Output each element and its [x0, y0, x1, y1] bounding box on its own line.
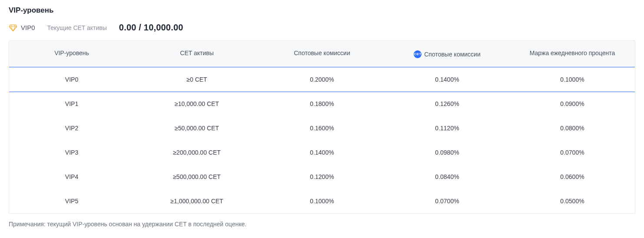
cell-spot-fee: 0.1000% [259, 189, 385, 213]
cell-level: VIP4 [9, 165, 134, 189]
cell-cet-assets: ≥10,000.00 CET [134, 92, 259, 116]
cell-margin-daily: 0.0700% [510, 140, 635, 165]
cell-spot-fee: 0.1200% [259, 165, 385, 189]
cell-margin-daily: 0.0600% [510, 165, 635, 189]
table-row: VIP1≥10,000.00 CET0.1800%0.1260%0.0900% [9, 92, 635, 116]
cell-spot-fee: 0.1800% [259, 92, 385, 116]
cell-spot-fee-cet: 0.1260% [385, 92, 510, 116]
cell-cet-assets: ≥200,000.00 CET [134, 140, 259, 165]
cell-spot-fee-cet: 0.0700% [385, 189, 510, 213]
table-row: VIP3≥200,000.00 CET0.1400%0.0980%0.0700% [9, 140, 635, 165]
vip-table: VIP-уровень CET активы Спотовые комиссии… [9, 40, 635, 214]
cet-token-icon: CET [414, 50, 422, 58]
current-vip-badge: VIP0 [9, 23, 35, 32]
cell-spot-fee: 0.2000% [259, 67, 385, 92]
assets-value: 0.00 / 10,000.00 [119, 23, 183, 33]
cell-margin-daily: 0.1000% [510, 67, 635, 92]
cell-spot-fee: 0.1400% [259, 140, 385, 165]
col-header-spot-fee-cet: CET Спотовые комиссии [385, 41, 510, 67]
cell-spot-fee-cet: 0.0840% [385, 165, 510, 189]
table-header-row: VIP-уровень CET активы Спотовые комиссии… [9, 41, 635, 67]
col-header-spot-fee-cet-label: Спотовые комиссии [424, 51, 481, 58]
cell-level: VIP5 [9, 189, 134, 213]
cell-cet-assets: ≥500,000.00 CET [134, 165, 259, 189]
table-row: VIP5≥1,000,000.00 CET0.1000%0.0700%0.050… [9, 189, 635, 213]
page-title: VIP-уровень [9, 6, 635, 15]
cell-level: VIP3 [9, 140, 134, 165]
col-header-spot-fee: Спотовые комиссии [259, 41, 385, 67]
col-header-margin-daily: Маржа ежедневного процента [510, 41, 635, 67]
table-row: VIP2≥50,000.00 CET0.1600%0.1120%0.0800% [9, 116, 635, 140]
cell-spot-fee-cet: 0.1120% [385, 116, 510, 140]
cell-cet-assets: ≥1,000,000.00 CET [134, 189, 259, 213]
table-body: VIP0≥0 CET0.2000%0.1400%0.1000%VIP1≥10,0… [9, 67, 635, 213]
cell-level: VIP2 [9, 116, 134, 140]
cell-margin-daily: 0.0800% [510, 116, 635, 140]
table-row: VIP0≥0 CET0.2000%0.1400%0.1000% [9, 67, 635, 92]
cell-spot-fee-cet: 0.1400% [385, 67, 510, 92]
cell-level: VIP1 [9, 92, 134, 116]
cell-cet-assets: ≥50,000.00 CET [134, 116, 259, 140]
status-row: VIP0 Текущие CET активы 0.00 / 10,000.00 [9, 23, 635, 33]
cell-spot-fee: 0.1600% [259, 116, 385, 140]
cell-spot-fee-cet: 0.0980% [385, 140, 510, 165]
cell-margin-daily: 0.0500% [510, 189, 635, 213]
footnote: Примечания: текущий VIP-уровень основан … [9, 221, 635, 228]
col-header-cet-assets: CET активы [134, 41, 259, 67]
diamond-icon [9, 23, 17, 32]
col-header-level: VIP-уровень [9, 41, 134, 67]
assets-label: Текущие CET активы [47, 24, 107, 31]
cell-cet-assets: ≥0 CET [134, 67, 259, 92]
current-vip-level: VIP0 [21, 24, 35, 31]
cell-level: VIP0 [9, 67, 134, 92]
table-row: VIP4≥500,000.00 CET0.1200%0.0840%0.0600% [9, 165, 635, 189]
cell-margin-daily: 0.0900% [510, 92, 635, 116]
